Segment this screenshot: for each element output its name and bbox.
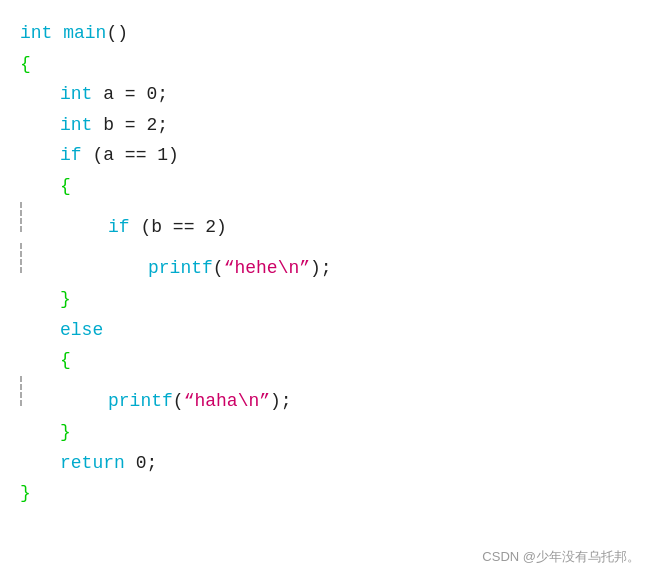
- code-line-12: printf(“haha\n”);: [20, 376, 635, 417]
- code-line-11: {: [20, 345, 635, 376]
- code-line-8: printf(“hehe\n”);: [20, 243, 635, 284]
- code-line-5: if (a == 1): [20, 140, 635, 171]
- code-line-13: }: [20, 417, 635, 448]
- code-line-1: int main(): [20, 18, 635, 49]
- code-line-9: }: [20, 284, 635, 315]
- code-line-15: }: [20, 478, 635, 509]
- code-line-3: int a = 0;: [20, 79, 635, 110]
- func-main: main: [63, 18, 106, 49]
- code-line-4: int b = 2;: [20, 110, 635, 141]
- code-line-7: if (b == 2): [20, 202, 635, 243]
- code-block: int main() { int a = 0; int b = 2; if (a…: [0, 0, 655, 578]
- watermark: CSDN @少年没有乌托邦。: [482, 546, 640, 568]
- code-line-14: return 0;: [20, 448, 635, 479]
- code-line-10: else: [20, 315, 635, 346]
- keyword-int: int: [20, 18, 52, 49]
- code-line-6: {: [20, 171, 635, 202]
- code-line-2: {: [20, 49, 635, 80]
